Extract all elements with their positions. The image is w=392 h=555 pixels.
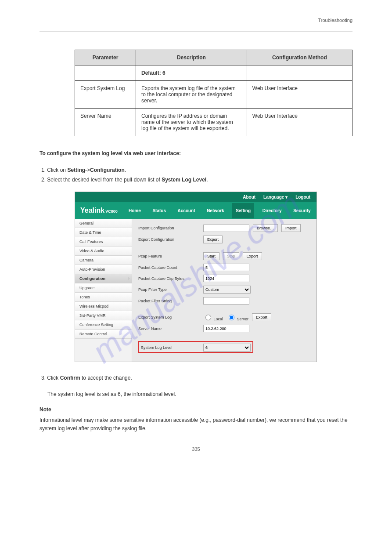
sidebar-item-videoaudio[interactable]: Video & Audio xyxy=(75,247,132,256)
syslog-level-highlight-box: System Log Level 6 xyxy=(138,341,253,353)
page: Troubleshooting Parameter Description Co… xyxy=(0,0,392,469)
cell: Server Name xyxy=(75,109,136,136)
row-syslog-level-highlight: System Log Level 6 xyxy=(138,341,310,353)
pcap-filter-string-input[interactable] xyxy=(203,297,249,305)
pcap-export-button[interactable]: Export xyxy=(243,252,262,260)
settings-sidebar: General Date & Time Call Features Video … xyxy=(75,219,132,362)
topbar-language-menu[interactable]: Language ▾ xyxy=(263,195,288,200)
cell: Web User Interface xyxy=(247,109,352,136)
step-2: 2. Select the desired level from the pul… xyxy=(40,175,352,185)
radio-server[interactable]: Server xyxy=(227,313,248,321)
label-pcap-feature: Pcap Feature xyxy=(138,254,200,258)
table-row: Default: 6 xyxy=(75,65,352,81)
row-server-name: Server Name xyxy=(138,325,310,332)
pcap-stop-button[interactable]: Stop xyxy=(223,252,239,260)
sidebar-item-3rdpartyvmr[interactable]: 3rd-Party VMR xyxy=(75,311,132,320)
pcap-count-input[interactable] xyxy=(203,264,249,271)
header-right: Troubleshooting xyxy=(318,18,352,23)
admin-body: General Date & Time Call Features Video … xyxy=(75,219,316,362)
nav-tabs: Home Status Account Network Setting Dire… xyxy=(123,203,316,218)
export-config-button[interactable]: Export xyxy=(203,236,223,243)
cell: Configures the IP address or domain name… xyxy=(136,109,247,136)
import-config-field[interactable] xyxy=(203,225,249,232)
import-button[interactable]: Import xyxy=(281,224,301,232)
cell: Default: 6 xyxy=(136,65,247,81)
step-result-text: The system log level is set as 6, the in… xyxy=(47,390,352,399)
tab-directory[interactable]: Directory xyxy=(259,203,285,218)
syslog-level-select[interactable]: 6 xyxy=(203,344,251,352)
sidebar-item-general[interactable]: General xyxy=(75,219,132,228)
row-pcap-filter-string: Packet Filter String xyxy=(138,297,310,305)
server-name-input[interactable] xyxy=(203,325,249,332)
page-header: Troubleshooting xyxy=(40,18,352,23)
tab-security[interactable]: Security xyxy=(290,203,314,218)
label-import-config: Import Configuration xyxy=(138,226,200,230)
label-pcap-filter-string: Packet Filter String xyxy=(138,299,200,303)
sidebar-item-conferencesetting[interactable]: Conference Setting xyxy=(75,320,132,330)
note-text: Informational level may make some sensit… xyxy=(40,416,352,433)
table-row: Export System Log Exports the system log… xyxy=(75,81,352,109)
syslog-export-button[interactable]: Export xyxy=(252,313,271,321)
row-export-config: Export Configuration Export xyxy=(138,236,310,243)
row-pcap-count: Packet Capture Count xyxy=(138,264,310,271)
tab-setting[interactable]: Setting xyxy=(232,203,254,218)
label-pcap-filter-type: Pcap Filter Type xyxy=(138,287,200,292)
label-export-config: Export Configuration xyxy=(138,237,200,242)
table-row: Server Name Configures the IP address or… xyxy=(75,109,352,136)
sidebar-item-datetime[interactable]: Date & Time xyxy=(75,228,132,237)
sidebar-item-wirelessmicpod[interactable]: Wireless Micpod xyxy=(75,302,132,311)
sidebar-item-tones[interactable]: Tones xyxy=(75,293,132,302)
row-export-syslog: Export System Log Local Server Export xyxy=(138,313,310,321)
label-pcap-clip: Packet Capture Clip Bytes xyxy=(138,276,200,281)
tab-network[interactable]: Network xyxy=(203,203,227,218)
th-description: Description xyxy=(136,50,247,65)
admin-navbar: YealinkVC800 Home Status Account Network… xyxy=(75,202,316,219)
th-parameter: Parameter xyxy=(75,50,136,65)
row-import-config: Import Configuration Browse… Import xyxy=(138,224,310,232)
pcap-clip-input[interactable] xyxy=(203,275,249,282)
model-label: VC800 xyxy=(105,209,118,214)
browse-button[interactable]: Browse… xyxy=(253,224,278,232)
note-label: Note xyxy=(40,406,352,413)
table-header-row: Parameter Description Configuration Meth… xyxy=(75,50,352,65)
cell: Export System Log xyxy=(75,81,136,109)
tab-home[interactable]: Home xyxy=(125,203,144,218)
row-pcap-filter-type: Pcap Filter Type Custom xyxy=(138,286,310,294)
tab-status[interactable]: Status xyxy=(149,203,169,218)
radio-local[interactable]: Local xyxy=(203,313,223,321)
topbar-about-link[interactable]: About xyxy=(243,195,255,200)
procedure-steps: 1. Click on Setting->Configuration. 2. S… xyxy=(40,166,352,185)
parameters-table: Parameter Description Configuration Meth… xyxy=(75,50,352,136)
sidebar-item-configuration[interactable]: Configuration xyxy=(75,274,132,283)
sidebar-item-autoprovision[interactable]: Auto-Provision xyxy=(75,265,132,274)
th-config-method: Configuration Method xyxy=(247,50,352,65)
procedure-lead: To configure the system log level via we… xyxy=(40,149,352,158)
admin-topbar: About Language ▾ Logout xyxy=(75,192,316,202)
settings-main: Import Configuration Browse… Import Expo… xyxy=(132,219,316,362)
topbar-logout-link[interactable]: Logout xyxy=(295,195,310,200)
sidebar-item-upgrade[interactable]: Upgrade xyxy=(75,283,132,293)
procedure-steps-continued: 3. Click Confirm to accept the change. xyxy=(40,374,352,383)
label-syslog-level: System Log Level xyxy=(141,345,198,350)
brand-logo: YealinkVC800 xyxy=(75,202,123,219)
row-pcap-feature: Pcap Feature Start Stop Export xyxy=(138,252,310,260)
pcap-start-button[interactable]: Start xyxy=(203,252,219,260)
sidebar-item-camera[interactable]: Camera xyxy=(75,256,132,265)
step-1: 1. Click on Setting->Configuration. xyxy=(40,166,352,175)
header-rule xyxy=(40,32,352,32)
page-number: 335 xyxy=(40,446,352,452)
label-export-syslog: Export System Log xyxy=(138,315,200,319)
note-section: Note Informational level may make some s… xyxy=(40,406,352,433)
step-3: 3. Click Confirm to accept the change. xyxy=(40,374,352,383)
cell: Exports the system log file of the syste… xyxy=(136,81,247,109)
sidebar-item-callfeatures[interactable]: Call Features xyxy=(75,237,132,247)
label-pcap-count: Packet Capture Count xyxy=(138,265,200,270)
pcap-filter-type-select[interactable]: Custom xyxy=(203,286,251,294)
tab-account[interactable]: Account xyxy=(174,203,199,218)
cell: Web User Interface xyxy=(247,81,352,109)
embedded-admin-screenshot: About Language ▾ Logout YealinkVC800 Hom… xyxy=(75,192,317,362)
cell xyxy=(247,65,352,81)
row-pcap-clip: Packet Capture Clip Bytes xyxy=(138,275,310,282)
sidebar-item-remotecontrol[interactable]: Remote Control xyxy=(75,330,132,339)
cell xyxy=(75,65,136,81)
